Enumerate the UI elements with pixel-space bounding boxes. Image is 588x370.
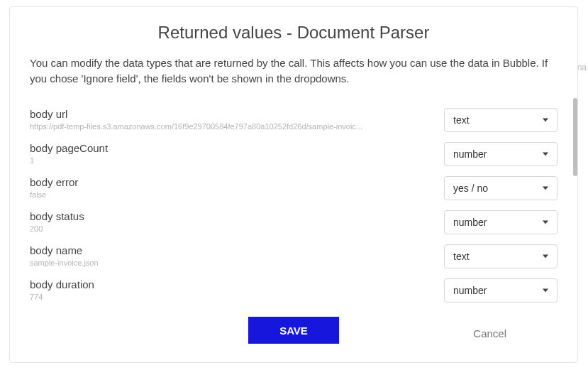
type-select-body-status[interactable]: number [444, 210, 558, 234]
field-label: body duration [30, 278, 430, 290]
type-select-value: yes / no [453, 183, 488, 194]
field-info: body pageCount 1 [30, 142, 444, 165]
field-info: body status 200 [30, 210, 444, 233]
field-sample-value: sample-invoice.json [30, 259, 370, 267]
field-label: body error [30, 176, 430, 188]
field-sample-value: false [30, 190, 370, 199]
scrollbar-thumb[interactable] [573, 98, 577, 176]
modal-footer: SAVE Cancel [10, 303, 577, 362]
field-row: body pageCount 1 number [30, 142, 558, 166]
field-sample-value: 1 [30, 156, 370, 165]
type-select-value: number [453, 217, 487, 228]
chevron-down-icon [543, 254, 548, 258]
field-label: body name [30, 244, 430, 256]
modal-description: You can modify the data types that are r… [30, 55, 558, 87]
type-select-body-pagecount[interactable]: number [444, 142, 558, 166]
field-sample-value: 200 [30, 224, 370, 233]
type-select-body-url[interactable]: text [444, 108, 558, 132]
type-select-value: number [453, 285, 487, 296]
field-info: body url https://pdf-temp-files.s3.amazo… [30, 108, 444, 131]
chevron-down-icon [543, 152, 548, 156]
save-button[interactable]: SAVE [248, 317, 339, 344]
field-row: body url https://pdf-temp-files.s3.amazo… [30, 108, 558, 132]
field-sample-value: 774 [30, 293, 370, 301]
field-row: body error false yes / no [30, 176, 558, 200]
field-info: body duration 774 [30, 278, 444, 301]
type-select-body-error[interactable]: yes / no [444, 176, 558, 200]
chevron-down-icon [543, 186, 548, 190]
type-select-value: text [453, 251, 470, 262]
field-info: body error false [30, 176, 444, 199]
cancel-button[interactable]: Cancel [473, 327, 506, 339]
field-row: body duration 774 number [30, 278, 558, 303]
field-row: body status 200 number [30, 210, 558, 234]
field-info: body name sample-invoice.json [30, 244, 444, 267]
chevron-down-icon [543, 288, 548, 292]
type-select-value: number [453, 148, 487, 160]
modal-body: You can modify the data types that are r… [10, 55, 577, 303]
type-select-body-duration[interactable]: number [444, 278, 558, 303]
field-label: body url [30, 108, 430, 120]
field-label: body status [30, 210, 430, 222]
field-sample-value: https://pdf-temp-files.s3.amazonaws.com/… [30, 122, 370, 131]
returned-values-modal: Returned values - Document Parser You ca… [9, 6, 578, 363]
field-row: body name sample-invoice.json text [30, 244, 558, 268]
type-select-body-name[interactable]: text [444, 244, 558, 268]
field-label: body pageCount [30, 142, 430, 154]
chevron-down-icon [543, 118, 548, 121]
modal-title: Returned values - Document Parser [10, 7, 577, 55]
type-select-value: text [453, 114, 470, 126]
chevron-down-icon [543, 220, 548, 224]
